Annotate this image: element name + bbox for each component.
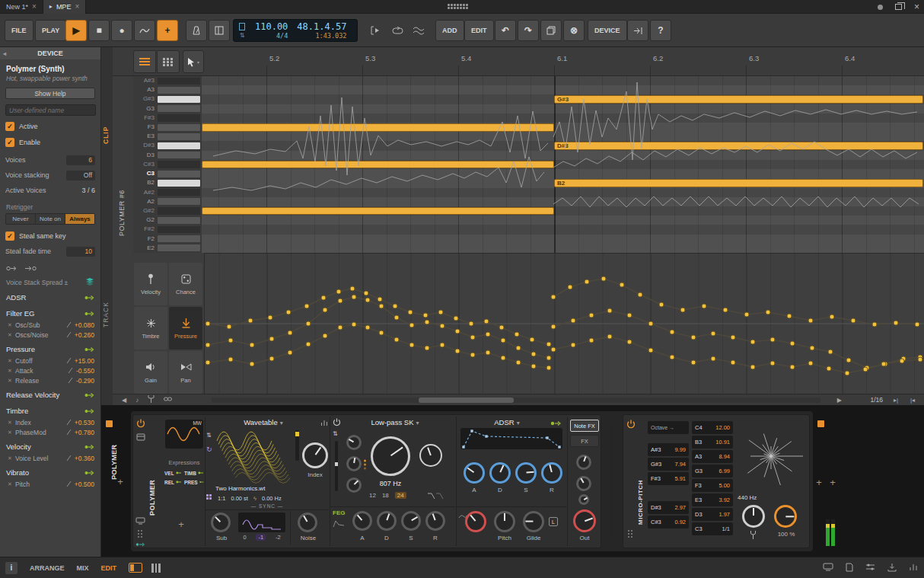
osc-semitone-value[interactable]: 0.00 st [231, 495, 248, 502]
horizontal-scrollbar[interactable] [212, 398, 820, 403]
route-out-icon[interactable] [6, 265, 18, 273]
tuning-star-visualization[interactable] [738, 421, 805, 491]
grid-resolution-value[interactable]: 1/16 [870, 396, 883, 404]
modulation-target[interactable]: ✕Oscs/Noise+0.260 [0, 330, 100, 340]
record-button[interactable]: ● [111, 20, 132, 41]
remove-target-icon[interactable]: ✕ [8, 481, 15, 487]
ruler-mark[interactable]: 5.4 [461, 54, 471, 62]
osc-ratio-value[interactable]: 1:1 [218, 495, 225, 502]
tab-fx[interactable]: FX [570, 435, 599, 447]
glide-knob[interactable] [523, 511, 544, 532]
filter-fm-knob[interactable] [346, 477, 362, 493]
env-knob-s[interactable] [515, 462, 537, 484]
midi-note-ds3[interactable]: D#3 [554, 142, 923, 150]
unison-bars-icon[interactable] [320, 419, 328, 427]
modulator-header[interactable]: Release Velocity [0, 388, 100, 401]
notefx-knob-3[interactable] [578, 494, 589, 505]
collapse-chevron-icon[interactable]: ◂ [3, 50, 6, 57]
piano-key-fs2[interactable]: F#2 [133, 225, 202, 234]
expression-tool-pressure[interactable]: Pressure [169, 307, 202, 350]
loop-icon[interactable] [387, 20, 408, 41]
envelope-display[interactable] [460, 428, 562, 449]
fold-keys-icon[interactable] [148, 395, 155, 404]
piano-key-e3[interactable]: E3 [133, 132, 202, 141]
piano-key-a2[interactable]: A2 [133, 197, 202, 206]
oscillator-type-select[interactable]: Wavetable▾ [206, 418, 320, 426]
scrollbar-thumb[interactable] [419, 398, 514, 403]
overdub-button[interactable]: + [157, 20, 178, 41]
panel-layout-toggle[interactable] [129, 563, 142, 573]
steal-same-key-row[interactable]: ✓ Steal same key [0, 230, 100, 242]
pressure-expression-lane[interactable] [204, 253, 924, 394]
target-amount[interactable]: +0.360 [75, 455, 94, 462]
metronome-button[interactable] [186, 20, 207, 41]
expression-slot-rel[interactable]: REL [164, 477, 184, 487]
remove-target-icon[interactable]: ✕ [8, 455, 15, 461]
playhead-time[interactable]: 1:43.032 [297, 32, 346, 40]
osc-hertz-value[interactable]: 0.00 Hz [262, 495, 282, 502]
playhead-position[interactable]: 48.1.4.57 [297, 22, 346, 32]
feg-knob-a[interactable] [352, 511, 372, 531]
add-track-device-button[interactable]: + [115, 476, 126, 487]
retrigger-option-always[interactable]: Always [65, 214, 94, 224]
link-icon[interactable] [164, 396, 172, 404]
lane-label[interactable]: POLYMER #6 [118, 152, 126, 236]
edit-menu-button[interactable]: EDIT [464, 20, 494, 41]
ruler-mark[interactable]: 5.3 [365, 54, 375, 62]
filter-slope-18[interactable]: 18 [382, 492, 389, 499]
audition-icon[interactable]: ◀ [122, 397, 126, 404]
steal-fade-value[interactable]: 10 [66, 247, 95, 257]
modulator-header[interactable]: Pressure [0, 343, 100, 356]
piano-key-g2[interactable]: G2 [133, 216, 202, 225]
oscilloscope-display[interactable]: MW [165, 420, 203, 449]
modulation-target[interactable]: ✕Cutoff+15.00 [0, 356, 100, 366]
focus-panel-icon[interactable] [627, 20, 648, 41]
target-amount[interactable]: +15.00 [75, 357, 94, 365]
filter-env-knob[interactable] [346, 456, 362, 471]
fill-curves-icon[interactable] [408, 20, 429, 41]
device-power-icon[interactable] [136, 419, 145, 430]
piano-key-gs3[interactable]: G#3 [133, 94, 202, 104]
filter-power-icon[interactable] [333, 418, 341, 428]
modulation-target[interactable]: ✕Pitch+0.500 [0, 479, 100, 489]
modulator-header[interactable]: Velocity [0, 440, 100, 453]
position-section[interactable]: 48.1.4.57 1:43.032 [292, 20, 351, 41]
tuning-value[interactable]: 10.91 [715, 439, 730, 445]
remove-target-icon[interactable]: ✕ [8, 368, 15, 374]
device-name-label[interactable]: MICRO-PITCH [637, 441, 644, 525]
tuning-value[interactable]: 5.00 [718, 482, 730, 489]
expression-slot-pres[interactable]: PRES [184, 477, 204, 487]
device-name-label[interactable]: POLYMER [148, 452, 156, 516]
target-amount[interactable]: -0.290 [76, 377, 94, 385]
env-knob-d[interactable] [489, 462, 511, 484]
feg-knob-d[interactable] [377, 511, 397, 531]
retrigger-option-never[interactable]: Never [6, 214, 36, 224]
tap-tempo-icon[interactable]: ⇅ [240, 33, 245, 38]
ruler-mark[interactable]: 5.2 [269, 54, 279, 62]
piano-key-fs3[interactable]: F#3 [133, 113, 202, 123]
note-audition-icon[interactable]: ♪ [135, 397, 139, 404]
tuning-cell-gs3[interactable]: G#37.94 [648, 458, 689, 471]
modulation-routes-icon[interactable] [135, 541, 145, 549]
piano-key-f3[interactable]: F3 [133, 123, 202, 132]
tuning-cell-e3[interactable]: E33.92 [692, 493, 733, 506]
tuning-value[interactable]: 8.94 [718, 453, 730, 460]
retrigger-option-note-on[interactable]: Note on [36, 214, 65, 224]
tuning-cell-cs3[interactable]: C#30.92 [648, 516, 689, 529]
piano-key-d3[interactable]: D3 [133, 151, 202, 160]
tuning-value[interactable]: 9.99 [674, 446, 686, 453]
env-knob-a[interactable] [464, 462, 485, 484]
index-fader[interactable] [295, 430, 299, 461]
filter-slope-12[interactable]: 12 [369, 492, 376, 499]
tuning-value[interactable]: 3.92 [718, 497, 730, 503]
enable-row[interactable]: ✓ Enable [0, 136, 100, 148]
modulation-target[interactable]: ✕Index+0.530 [0, 417, 100, 427]
reference-pitch-value[interactable]: 440 Hz [738, 494, 757, 501]
expression-tool-velocity[interactable]: Velocity [134, 263, 167, 305]
tuning-cell-d3[interactable]: D31.97 [692, 508, 733, 521]
target-amount[interactable]: +0.530 [75, 419, 94, 426]
modulator-header[interactable]: Vibrato [0, 466, 100, 479]
piano-key-a3[interactable]: A3 [133, 85, 202, 94]
midi-note-gs2[interactable] [202, 207, 554, 216]
remote-controls-icon[interactable] [135, 517, 145, 526]
